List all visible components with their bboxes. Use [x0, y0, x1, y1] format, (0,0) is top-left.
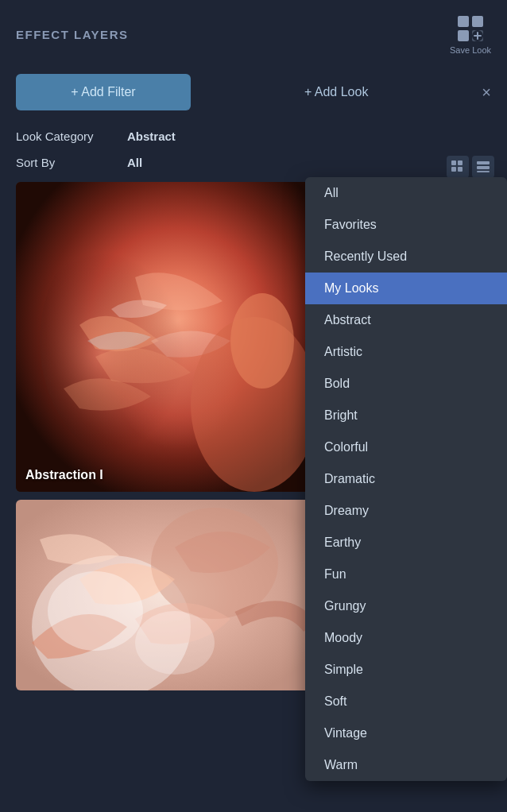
- dropdown-item-colorful[interactable]: Colorful: [305, 431, 507, 463]
- dropdown-item-recently-used[interactable]: Recently Used: [305, 241, 507, 273]
- save-look-label: Save Look: [450, 45, 491, 55]
- grid-view-button[interactable]: [447, 156, 469, 178]
- dropdown-item-abstract[interactable]: Abstract: [305, 304, 507, 336]
- view-toggle: [447, 156, 494, 178]
- dropdown-item-warm[interactable]: Warm: [305, 749, 507, 781]
- svg-rect-1: [472, 16, 483, 27]
- add-filter-button[interactable]: + Add Filter: [16, 74, 191, 110]
- dropdown-item-earthy[interactable]: Earthy: [305, 527, 507, 559]
- dropdown-item-all[interactable]: All: [305, 177, 507, 209]
- dropdown-item-fun[interactable]: Fun: [305, 559, 507, 590]
- look-category-label: Look Category: [16, 130, 127, 143]
- svg-point-22: [135, 611, 215, 675]
- grid-icon: [451, 160, 464, 173]
- toolbar: + Add Filter + Add Look ×: [0, 66, 507, 122]
- list-view-button[interactable]: [472, 156, 494, 178]
- svg-point-17: [230, 293, 294, 389]
- image-card-label: Abstraction I: [25, 468, 103, 482]
- svg-point-21: [48, 571, 143, 651]
- dropdown-item-dreamy[interactable]: Dreamy: [305, 495, 507, 527]
- svg-rect-2: [458, 30, 469, 41]
- image-grid: Abstraction I: [0, 177, 310, 690]
- svg-rect-11: [477, 161, 490, 164]
- look-category-value[interactable]: Abstract: [127, 130, 176, 143]
- dropdown-menu: AllFavoritesRecently UsedMy LooksAbstrac…: [305, 177, 507, 781]
- svg-rect-8: [458, 160, 462, 165]
- dropdown-item-dramatic[interactable]: Dramatic: [305, 463, 507, 495]
- filters-row: Look Category Abstract: [0, 122, 507, 151]
- save-look-icon: [456, 14, 485, 43]
- sort-row: Sort By All: [0, 151, 507, 177]
- dropdown-item-moody[interactable]: Moody: [305, 622, 507, 654]
- dropdown-item-soft[interactable]: Soft: [305, 686, 507, 717]
- dropdown-item-bold[interactable]: Bold: [305, 368, 507, 400]
- close-button[interactable]: ×: [482, 84, 491, 100]
- content-area: Abstraction I: [0, 177, 507, 690]
- add-look-button[interactable]: + Add Look: [207, 85, 466, 99]
- list-icon: [477, 160, 490, 173]
- sort-by-label: Sort By: [16, 156, 127, 169]
- image-card[interactable]: Abstraction I: [16, 182, 310, 492]
- svg-rect-7: [451, 160, 456, 165]
- svg-rect-12: [477, 166, 490, 169]
- dropdown-item-grungy[interactable]: Grungy: [305, 590, 507, 622]
- image-card-2[interactable]: [16, 500, 310, 690]
- svg-point-15: [40, 214, 246, 468]
- svg-rect-13: [477, 171, 490, 172]
- flamingo-svg: [16, 182, 310, 492]
- save-look-button[interactable]: Save Look: [450, 14, 491, 55]
- dropdown-item-my-looks[interactable]: My Looks: [305, 273, 507, 304]
- dropdown-item-simple[interactable]: Simple: [305, 654, 507, 686]
- dropdown-item-vintage[interactable]: Vintage: [305, 717, 507, 749]
- svg-rect-10: [458, 167, 462, 172]
- dropdown-item-favorites[interactable]: Favorites: [305, 209, 507, 241]
- flamingo-image: [16, 182, 310, 492]
- svg-rect-9: [451, 167, 456, 172]
- dropdown-item-bright[interactable]: Bright: [305, 400, 507, 431]
- sort-by-value[interactable]: All: [127, 156, 142, 169]
- abstract-svg: [16, 500, 310, 690]
- dropdown-item-artistic[interactable]: Artistic: [305, 336, 507, 368]
- page-title: EFFECT LAYERS: [16, 28, 128, 41]
- svg-rect-0: [458, 16, 469, 27]
- header: EFFECT LAYERS Save Look: [0, 0, 507, 66]
